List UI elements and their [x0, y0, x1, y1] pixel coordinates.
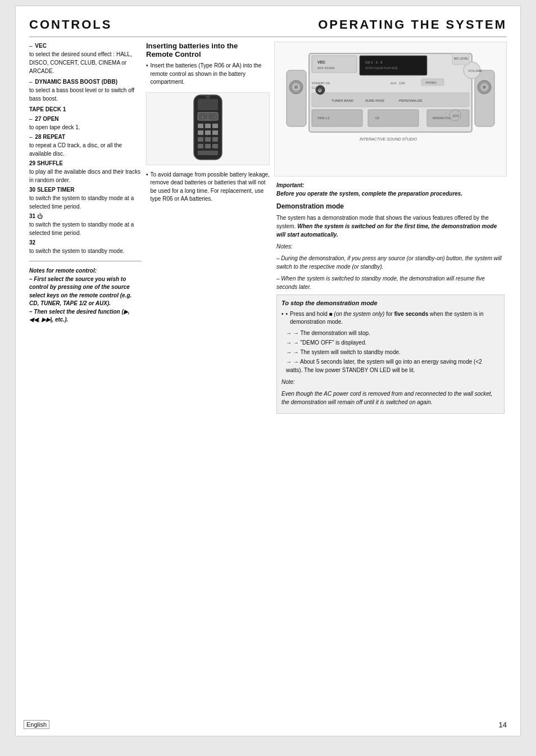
svg-text:VOLUME: VOLUME: [468, 69, 482, 73]
important-text: Before you operate the system, complete …: [276, 191, 462, 197]
svg-rect-14: [212, 137, 218, 142]
svg-rect-13: [205, 137, 211, 142]
svg-rect-16: [205, 144, 211, 148]
standby-num: 31: [29, 213, 35, 219]
svg-rect-43: [475, 70, 494, 126]
batteries-section: Inserting batteries into the Remote Cont…: [146, 42, 270, 203]
open-desc: to open tape deck 1.: [29, 124, 80, 130]
batteries-bullet2: To avoid damage from possible battery le…: [146, 171, 270, 203]
page-number: 14: [499, 721, 507, 729]
remote-svg: + −: [188, 92, 228, 165]
shuffle-num: 29: [29, 160, 35, 166]
dbb-item: – DYNAMIC BASS BOOST (DBB) to select a b…: [29, 78, 142, 103]
standby-desc: to switch the system to standby mode at …: [29, 221, 134, 236]
remote-illustration: + −: [146, 92, 270, 165]
standby2-num: 32: [29, 239, 35, 246]
operating-title: OPERATING THE SYSTEM: [318, 17, 507, 32]
svg-text:CDR: CDR: [399, 82, 405, 85]
middle-column: Inserting batteries into the Remote Cont…: [146, 42, 270, 206]
stop-arrow3: → The system will switch to standby mode…: [281, 348, 499, 356]
tape-deck-item: TAPE DECK 1: [29, 105, 142, 114]
stop-arrow2: → "DEMO OFF" is displayed.: [281, 338, 499, 347]
svg-text:TUNER BAND: TUNER BAND: [331, 99, 354, 102]
svg-rect-39: [287, 70, 306, 126]
repeat-label: REPEAT: [43, 134, 65, 140]
svg-rect-9: [198, 130, 203, 135]
shuffle-desc: to play all the available discs and thei…: [29, 169, 140, 183]
svg-rect-11: [212, 130, 218, 135]
svg-rect-1: [198, 99, 218, 110]
svg-text:SURE PASS: SURE PASS: [365, 99, 384, 102]
svg-rect-21: [312, 56, 357, 73]
open-label: OPEN: [43, 116, 58, 122]
right-column: VEC MAX SOUND CD 1 · 2 · 3 STOP-CLEAR PL…: [274, 42, 507, 418]
dbb-label: DYNAMIC BASS BOOST (DBB): [35, 79, 117, 85]
demo-highlight: When the system is switched on for the f…: [276, 223, 497, 238]
svg-text:STOP-CLEAR PLAY-SIZE: STOP-CLEAR PLAY-SIZE: [365, 66, 398, 70]
sleep-desc: to switch the system to standby mode at …: [29, 195, 134, 210]
stop-demo-bullet: • Press and hold ■ (on the system only) …: [281, 310, 499, 327]
svg-point-19: [206, 95, 210, 98]
controls-column: – VEC to select the desired sound effect…: [29, 42, 142, 324]
tape-deck-label: TAPE DECK 1: [29, 106, 66, 112]
svg-text:VEC: VEC: [317, 60, 325, 64]
notes-heading: Notes for remote control:: [29, 267, 142, 275]
svg-rect-17: [212, 144, 218, 148]
svg-text:TAPE 1-2: TAPE 1-2: [317, 116, 330, 120]
batteries-bullet1: Insert the batteries (Type R06 or AA) in…: [146, 62, 270, 87]
vec-label: VEC: [35, 43, 47, 49]
vec-item: – VEC to select the desired sound effect…: [29, 42, 142, 75]
notes-note1: – First select the source you wish to co…: [29, 275, 142, 308]
repeat-desc: to repeat a CD track, a disc, or all the…: [29, 142, 122, 157]
svg-text:INTERACTIVE SOUND STUDIO: INTERACTIVE SOUND STUDIO: [360, 137, 417, 141]
repeat-num: 28: [35, 134, 41, 140]
header-divider: [29, 37, 507, 37]
svg-text:AUX: AUX: [390, 82, 397, 85]
system-diagram: VEC MAX SOUND CD 1 · 2 · 3 STOP-CLEAR PL…: [274, 42, 507, 176]
stop-note1: Even though the AC power cord is removed…: [281, 390, 499, 406]
stop-demo-box: To stop the demonstration mode • Press a…: [276, 295, 505, 414]
open-num: 27: [35, 116, 41, 122]
main-content: – VEC to select the desired sound effect…: [29, 42, 507, 418]
controls-title: CONTROLS: [29, 17, 112, 32]
demo-notes-label: Notes:: [276, 242, 505, 251]
language-label: English: [24, 720, 49, 729]
batteries-bullet1-text: Insert the batteries (Type R06 or AA) in…: [151, 62, 270, 87]
open-item: – 27 OPEN to open tape deck 1.: [29, 115, 142, 132]
controls-divider: [29, 261, 142, 261]
dbb-desc: to select a bass boost level or to switc…: [29, 87, 134, 102]
svg-rect-6: [198, 124, 203, 128]
svg-point-42: [294, 85, 298, 89]
svg-text:PHONO: PHONO: [426, 81, 436, 84]
svg-rect-18: [198, 151, 218, 155]
svg-rect-7: [205, 124, 211, 128]
stop-arrow1: → The demonstration will stop.: [281, 329, 499, 337]
right-text-area: Important: Before you operate the system…: [274, 181, 507, 414]
svg-text:MAX SOUND: MAX SOUND: [317, 66, 335, 70]
svg-rect-12: [198, 137, 203, 142]
stop-demo-heading: To stop the demonstration mode: [281, 298, 499, 308]
stop-note-label: Note:: [281, 378, 499, 386]
sleep-item: 30 SLEEP TIMER to switch the system to s…: [29, 185, 142, 211]
svg-text:⏻: ⏻: [318, 88, 322, 92]
standby-item: 31 ⏻ to switch the system to standby mod…: [29, 212, 142, 237]
page: CONTROLS OPERATING THE SYSTEM – VEC to s…: [15, 6, 521, 736]
top-labels: CONTROLS OPERATING THE SYSTEM: [29, 17, 507, 32]
demo-heading: Demonstration mode: [276, 201, 505, 211]
notes-note2: – Then select the desired function (▶, ◀…: [29, 308, 142, 324]
stop-arrow4: → About 5 seconds later, the system will…: [281, 357, 499, 374]
demo-body: The system has a demonstration mode that…: [276, 214, 505, 239]
svg-text:PERSONALIZE: PERSONALIZE: [399, 99, 423, 102]
shuffle-label: SHUFFLE: [37, 160, 63, 166]
svg-rect-10: [205, 130, 211, 135]
svg-text:JOG: JOG: [452, 114, 460, 117]
svg-rect-8: [212, 124, 218, 128]
svg-text:STANDBY ON: STANDBY ON: [312, 82, 330, 85]
svg-text:+: +: [202, 115, 204, 119]
batteries-heading: Inserting batteries into the Remote Cont…: [146, 42, 270, 58]
svg-text:CD: CD: [375, 116, 380, 120]
batteries-bullet2-text: To avoid damage from possible battery le…: [151, 171, 270, 203]
shuffle-item: 29 SHUFFLE to play all the available dis…: [29, 159, 142, 184]
demo-note2: – When the system is switched to standby…: [276, 274, 505, 291]
standby2-desc: to switch the system to standby mode.: [29, 248, 125, 254]
